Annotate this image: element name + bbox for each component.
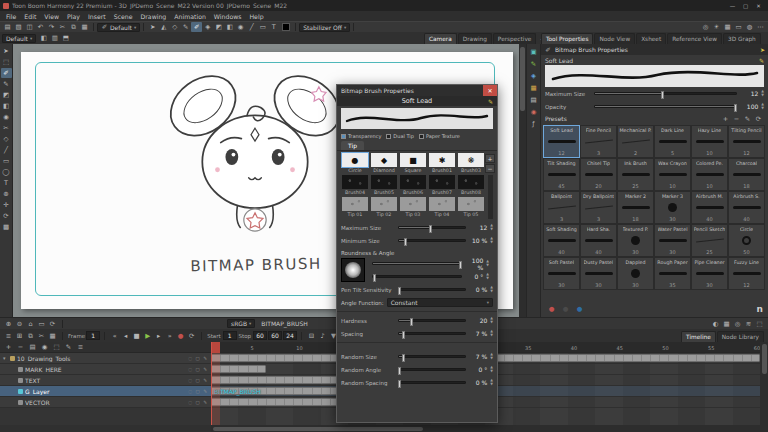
stop-icon[interactable]: ■ [131,331,142,341]
loop-icon[interactable]: ⟳ [186,331,197,341]
grid-tool-icon[interactable]: ▩ [1,222,12,232]
tab-tool-properties[interactable]: Tool Properties [541,33,593,44]
param-value[interactable]: 12 [740,90,758,97]
ink-tool-icon[interactable]: ◉ [235,22,246,32]
render-preview-icon[interactable]: ◍ [744,22,755,32]
light-table-icon[interactable]: ☀ [711,22,722,32]
paste-cells-icon[interactable]: ▦ [47,331,58,341]
select-tool-icon[interactable]: ➤ [1,46,12,56]
spinner[interactable]: ▲▼ [761,103,764,110]
contour-editor-tool-icon[interactable]: ◇ [1,134,12,144]
delete-layer-icon[interactable]: − [15,342,26,352]
cut-cells-icon[interactable]: ✂ [36,331,47,341]
brush-preset-hard-sha[interactable]: Hard Sha.40 [580,224,617,257]
dialog-titlebar[interactable]: Bitmap Brush Properties ✕ [337,85,497,96]
timeline-horizontal-scrollbar[interactable] [211,425,760,432]
tab-timeline[interactable]: Timeline [681,331,716,342]
brush-preset-water-pastel[interactable]: Water Pastel30 [654,224,691,257]
line-tool-icon[interactable]: ╱ [246,22,257,32]
brush-tool-icon[interactable]: ✐ [191,22,202,32]
param-value[interactable]: 7 % [469,330,487,337]
value-slider[interactable] [372,262,462,265]
timeline-vertical-scrollbar[interactable] [760,342,768,432]
lock-layers-icon[interactable]: ⬚ [51,342,62,352]
ellipse-tool-icon[interactable]: ◯ [1,167,12,177]
shape-tool-icon[interactable]: ▭ [257,22,268,32]
hand-tool-icon[interactable]: ✛ [1,200,12,210]
drawing-view-icon[interactable]: ✎ [528,59,539,69]
preview-mode-icon[interactable]: ⬒ [60,33,71,43]
spinner[interactable]: ▲▼ [490,224,493,231]
select-tool-icon[interactable]: ➤ [147,22,158,32]
field-stop[interactable]: 60 [253,331,267,340]
ruler-frame-number[interactable]: 35 [525,345,531,351]
grid-toggle-icon[interactable]: ▦ [721,319,732,329]
display-dropdown[interactable]: Default ▾ [2,34,36,43]
menu-windows[interactable]: Windows [210,13,246,20]
checkbox-dual-tip[interactable]: Dual Tip [386,133,414,139]
safe-area-icon[interactable]: ▭ [733,22,744,32]
brush-tip-tip-01[interactable]: Tip 01 [341,197,369,219]
layer-color-chip[interactable] [18,378,23,383]
brush-tip-brush06[interactable]: Brush06 [399,175,427,197]
maximum-size-slider[interactable] [594,92,737,95]
layer-option-icons[interactable]: ◌ ▢ ✎ [188,356,208,361]
brush-preset-mechanical-p[interactable]: Mechanical P.2 [617,125,654,158]
redo-icon[interactable]: ↷ [46,22,57,32]
spinner[interactable]: ▲▼ [490,286,493,293]
field-value[interactable]: 60 [268,331,282,340]
spinner[interactable]: ▲▼ [486,260,489,267]
delete-preset-icon[interactable]: − [731,114,742,124]
tab-node-library[interactable]: Node Library [717,331,764,342]
spinner[interactable]: ▲▼ [761,90,764,97]
scrollbar-thumb[interactable] [762,344,767,374]
brush-preset-tilting-pencil[interactable]: Tilting Pencil12 [728,125,765,158]
brush-preset-charcoal[interactable]: Charcoal18 [728,158,765,191]
brush-preset-pencil-sketch[interactable]: Pencil Sketch25 [691,224,728,257]
field-value[interactable]: 24 [283,331,297,340]
ruler-frame-number[interactable]: 55 [708,345,714,351]
spinner[interactable]: ▲▼ [490,330,493,337]
rotate-view-tool-icon[interactable]: ⟳ [1,211,12,221]
ruler-frame-number[interactable]: 45 [617,345,623,351]
minimum-size-slider[interactable] [398,239,466,242]
playhead[interactable] [211,342,220,425]
rotate-view-icon[interactable]: ⟳ [47,319,58,329]
brush-preset-fine-pencil[interactable]: Fine Pencil3 [580,125,617,158]
play-icon[interactable]: ▶ [142,331,153,341]
brush-preset-marker-2[interactable]: Marker 218 [617,191,654,224]
stamp-tool-icon[interactable]: ◈ [202,22,213,32]
brush-preset-rough-paper[interactable]: Rough Paper35 [654,257,691,290]
brush-tip-square[interactable]: ■Square [399,153,427,175]
angle-function-dropdown[interactable]: Constant ▾ [387,298,493,307]
opacity-slider[interactable] [594,105,737,108]
canvas-scrollbar[interactable] [519,44,526,317]
brush-preset-circle[interactable]: Circle50 [728,224,765,257]
tab-reference-view[interactable]: Reference View [667,33,722,44]
zoom-in-icon[interactable]: ⊕ [3,319,14,329]
new-scene-icon[interactable]: ▤ [2,22,13,32]
add-layer-icon[interactable]: + [3,342,14,352]
layer-mark-here[interactable]: MARK_HERE◌ ▢ ✎ [0,364,211,375]
random-size-slider[interactable] [398,355,466,358]
layer-text[interactable]: TEXT◌ ▢ ✎ [0,375,211,386]
maximize-icon[interactable]: ▢ [739,0,752,11]
menu-insert[interactable]: Insert [84,13,110,20]
layer-option-icons[interactable]: ◌ ▢ ✎ [188,389,208,394]
colour-view-icon[interactable]: ◉ [528,107,539,117]
param-value[interactable]: 20 [469,317,487,324]
eraser-tool-icon[interactable]: ◩ [1,90,12,100]
brush-preset-hazy-line[interactable]: Hazy Line10 [691,125,728,158]
outline-mode-icon[interactable]: ⬚ [754,319,765,329]
brush-preset-dry-ballpoint[interactable]: Dry Ballpoint3 [580,191,617,224]
brush-tip-diamond[interactable]: ◆Diamond [370,153,398,175]
pencil-tool-icon[interactable]: ✎ [180,22,191,32]
tab-perspective[interactable]: Perspective [493,33,537,44]
collapse-all-icon[interactable]: ⊟ [306,331,317,341]
brush-preset-fuzzy-line[interactable]: Fuzzy Line12 [728,257,765,290]
remove-tip-icon[interactable]: − [485,164,495,173]
maximum-size-slider[interactable] [398,226,466,229]
rewind-icon[interactable]: « [109,331,120,341]
brush-tip-tip-04[interactable]: Tip 04 [428,197,456,219]
text-tool-icon[interactable]: T [1,178,12,188]
